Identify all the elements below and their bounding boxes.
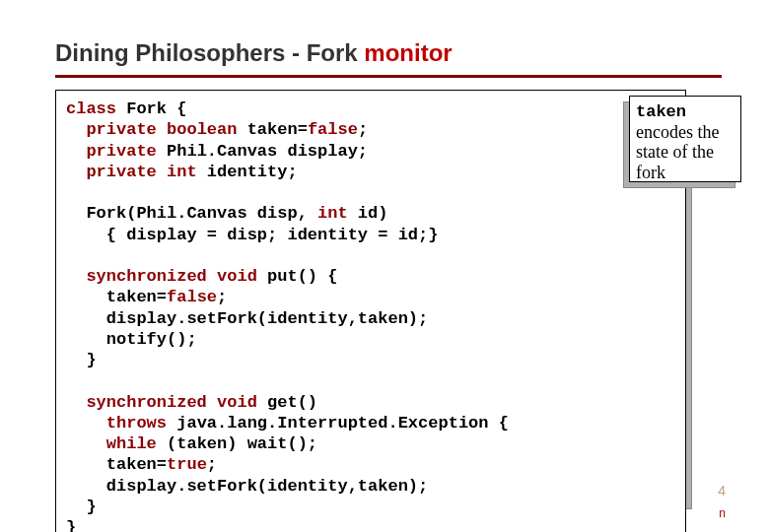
code-text: java.lang.Interrupted.Exception {: [167, 414, 509, 432]
kw-private: private: [66, 163, 157, 181]
code-text: notify();: [66, 330, 197, 349]
code-text: ;: [207, 455, 217, 474]
page-number: 4: [718, 483, 726, 499]
code-text: display.setFork(identity,taken);: [66, 309, 428, 328]
note-code-word: taken: [636, 102, 686, 121]
kw-int: int: [317, 204, 348, 223]
title-rule: [55, 75, 722, 78]
kw-class: class: [66, 100, 116, 118]
code-text: }: [66, 518, 76, 532]
code-text: { display = disp; identity = id;}: [66, 226, 438, 244]
code-text: [157, 120, 167, 139]
kw-boolean: boolean: [167, 120, 237, 139]
code-text: [207, 267, 217, 286]
title-highlight: monitor: [364, 39, 452, 66]
footer-mark: n: [719, 506, 726, 520]
code-text: (taken) wait();: [157, 434, 317, 453]
kw-void: void: [217, 393, 257, 412]
annotation-note: taken encodes the state of the fork: [629, 96, 741, 182]
code-text: }: [66, 351, 97, 369]
code-text: taken=: [66, 455, 167, 474]
code-text: Fork {: [116, 100, 186, 118]
code-text: ;: [358, 120, 368, 139]
code-text: put() {: [257, 267, 338, 286]
note-text: encodes the state of the fork: [636, 122, 719, 182]
kw-true: true: [167, 455, 207, 474]
code-box: class Fork { private boolean taken=false…: [55, 90, 686, 532]
code-text: ;: [217, 288, 227, 306]
code-text: [207, 393, 217, 412]
code-text: Phil.Canvas display;: [157, 142, 368, 161]
code-text: taken=: [237, 120, 307, 139]
code-text: get(): [257, 393, 317, 412]
code-text: identity;: [197, 163, 298, 181]
code-text: }: [66, 498, 97, 516]
content-area: class Fork { private boolean taken=false…: [55, 90, 722, 532]
kw-synchronized: synchronized: [66, 267, 207, 286]
kw-while: while: [66, 434, 157, 453]
kw-int: int: [167, 163, 197, 181]
kw-false: false: [167, 288, 217, 306]
kw-throws: throws: [66, 414, 167, 432]
code-text: [157, 163, 167, 181]
code-text: display.setFork(identity,taken);: [66, 477, 428, 496]
title-prefix: Dining Philosophers - Fork: [55, 39, 364, 66]
slide-title: Dining Philosophers - Fork monitor: [55, 39, 722, 75]
kw-false: false: [308, 120, 358, 139]
code-text: id): [348, 204, 388, 223]
kw-void: void: [217, 267, 257, 286]
kw-private: private: [66, 142, 157, 161]
code-text: taken=: [66, 288, 167, 306]
kw-private: private: [66, 120, 157, 139]
code-text: Fork(Phil.Canvas disp,: [66, 204, 317, 223]
kw-synchronized: synchronized: [66, 393, 207, 412]
